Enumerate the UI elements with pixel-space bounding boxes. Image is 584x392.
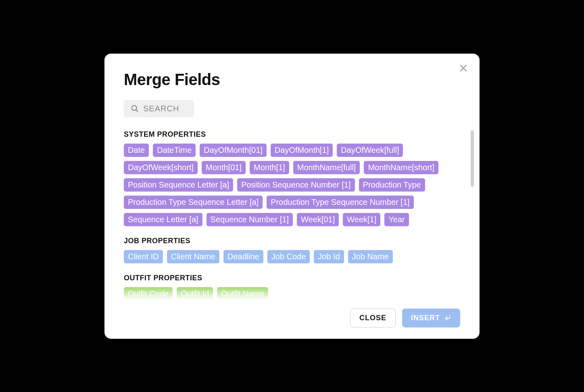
job-tags: Client ID Client Name Deadline Job Code … [124,250,460,263]
merge-field-tag[interactable]: Week[01] [297,213,339,226]
outfit-tags: Outfit Code Outfit Id Outfit Name [124,287,460,300]
merge-field-tag[interactable]: Production Type Sequence Letter [a] [124,196,263,209]
enter-icon [444,314,451,321]
merge-field-tag[interactable]: Job Name [348,250,393,263]
insert-button-label: INSERT [411,314,440,322]
close-button[interactable]: CLOSE [350,309,396,327]
scroll-content: SYSTEM PROPERTIES Date DateTime DayOfMon… [124,130,460,300]
search-wrap [104,93,480,122]
merge-field-tag[interactable]: MonthName[full] [293,161,360,174]
section-title: OUTFIT PROPERTIES [124,274,460,282]
svg-line-3 [136,110,138,111]
close-button-label: CLOSE [359,314,386,322]
merge-field-tag[interactable]: Position Sequence Number [1] [237,178,355,192]
merge-field-tag[interactable]: Deadline [223,250,263,263]
merge-field-tag[interactable]: Year [384,213,409,226]
section-title: SYSTEM PROPERTIES [124,130,460,139]
merge-field-tag[interactable]: DayOfWeek[full] [337,144,403,157]
merge-field-tag[interactable]: Job Code [267,250,310,263]
merge-field-tag[interactable]: Job Id [314,250,344,263]
modal-header: Merge Fields [104,54,480,93]
merge-field-tag[interactable]: DayOfMonth[01] [200,144,267,157]
merge-field-tag[interactable]: Outfit Name [217,287,268,300]
merge-field-tag[interactable]: Production Type [359,178,425,192]
merge-fields-modal: Merge Fields SYSTEM PROPERTIES Date Date… [104,54,480,339]
scroll-area: SYSTEM PROPERTIES Date DateTime DayOfMon… [104,122,480,300]
merge-field-tag[interactable]: Date [124,144,149,157]
merge-field-tag[interactable]: Month[1] [250,161,289,174]
merge-field-tag[interactable]: Position Sequence Letter [a] [124,178,233,192]
merge-field-tag[interactable]: Week[1] [343,213,380,226]
merge-field-tag[interactable]: Client Name [167,250,219,263]
system-tags: Date DateTime DayOfMonth[01] DayOfMonth[… [124,144,460,226]
merge-field-tag[interactable]: Month[01] [202,161,246,174]
merge-field-tag[interactable]: Outfit Code [124,287,173,300]
close-icon[interactable] [457,62,470,75]
merge-field-tag[interactable]: MonthName[short] [364,161,438,174]
search-icon [130,104,139,113]
merge-field-tag[interactable]: DateTime [153,144,196,157]
merge-field-tag[interactable]: DayOfMonth[1] [271,144,333,157]
merge-field-tag[interactable]: Sequence Number [1] [206,213,293,226]
section-title: JOB PROPERTIES [124,237,460,245]
merge-field-tag[interactable]: Outfit Id [177,287,213,300]
modal-footer: CLOSE INSERT [104,300,480,339]
merge-field-tag[interactable]: Client ID [124,250,163,263]
section-system-properties: SYSTEM PROPERTIES Date DateTime DayOfMon… [124,130,460,226]
merge-field-tag[interactable]: Sequence Letter [a] [124,213,202,226]
insert-button[interactable]: INSERT [402,309,460,327]
section-outfit-properties: OUTFIT PROPERTIES Outfit Code Outfit Id … [124,274,460,300]
search-box[interactable] [124,100,194,117]
search-input[interactable] [143,104,188,113]
modal-title: Merge Fields [124,71,460,89]
scrollbar[interactable] [471,130,474,187]
section-job-properties: JOB PROPERTIES Client ID Client Name Dea… [124,237,460,263]
merge-field-tag[interactable]: Production Type Sequence Number [1] [267,196,413,209]
merge-field-tag[interactable]: DayOfWeek[short] [124,161,198,174]
